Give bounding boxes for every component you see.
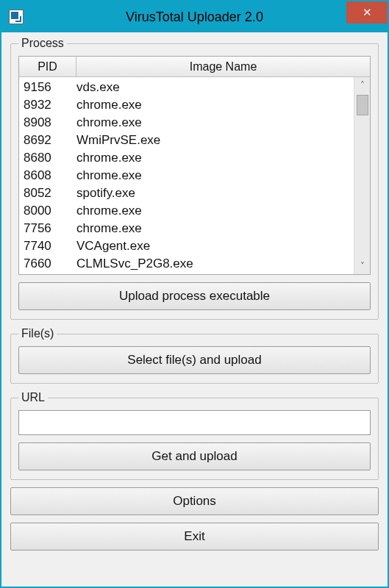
cell-pid: 8932 (24, 96, 76, 114)
options-button[interactable]: Options (10, 487, 379, 515)
table-row[interactable]: 9156vds.exe (19, 79, 354, 96)
listview-header: PID Image Name (19, 57, 370, 77)
table-row[interactable]: 8680chrome.exe (19, 149, 354, 167)
cell-pid: 7740 (24, 237, 76, 255)
scroll-up-arrow-icon[interactable]: ˄ (354, 77, 370, 93)
scroll-thumb[interactable] (357, 95, 368, 115)
cell-image-name: chrome.exe (76, 114, 349, 132)
select-files-button[interactable]: Select file(s) and upload (18, 346, 371, 374)
get-upload-button[interactable]: Get and upload (18, 442, 371, 470)
url-groupbox: URL Get and upload (10, 391, 379, 480)
column-header-image[interactable]: Image Name (76, 57, 370, 76)
table-row[interactable]: 7756chrome.exe (19, 220, 354, 237)
cell-image-name: chrome.exe (76, 96, 349, 114)
client-area: Process PID Image Name 9156vds.exe8932ch… (1, 32, 388, 587)
table-row[interactable]: 8052spotify.exe (19, 184, 354, 202)
cell-pid: 9156 (24, 79, 76, 96)
cell-pid: 8692 (24, 132, 76, 149)
exit-button[interactable]: Exit (10, 523, 379, 551)
cell-image-name: VCAgent.exe (76, 237, 349, 255)
window-title: VirusTotal Uploader 2.0 (126, 10, 263, 25)
process-listview[interactable]: PID Image Name 9156vds.exe8932chrome.exe… (18, 56, 371, 275)
bottom-buttons: Options Exit (10, 487, 379, 551)
upload-process-button[interactable]: Upload process executable (18, 282, 371, 310)
cell-pid: 7756 (24, 220, 76, 237)
column-header-pid[interactable]: PID (19, 57, 76, 76)
table-row[interactable]: 8908chrome.exe (19, 114, 354, 132)
cell-image-name: spotify.exe (76, 184, 349, 202)
cell-pid: 7660 (24, 255, 76, 273)
process-groupbox: Process PID Image Name 9156vds.exe8932ch… (10, 37, 379, 320)
cell-pid: 8000 (24, 202, 76, 220)
listview-rows: 9156vds.exe8932chrome.exe8908chrome.exe8… (19, 77, 354, 274)
cell-image-name: CLMLSvc_P2G8.exe (76, 255, 349, 273)
table-row[interactable]: 8692WmiPrvSE.exe (19, 132, 354, 149)
cell-image-name: chrome.exe (76, 167, 349, 184)
main-window: VirusTotal Uploader 2.0 ✕ Process PID Im… (0, 0, 389, 588)
cell-image-name: chrome.exe (76, 149, 349, 167)
titlebar[interactable]: VirusTotal Uploader 2.0 ✕ (1, 1, 388, 32)
table-row[interactable]: 7740VCAgent.exe (19, 237, 354, 255)
cell-pid: 8608 (24, 167, 76, 184)
cell-image-name: WmiPrvSE.exe (76, 132, 349, 149)
url-input[interactable] (18, 410, 371, 435)
table-row[interactable]: 8932chrome.exe (19, 96, 354, 114)
files-legend: File(s) (18, 327, 57, 340)
vertical-scrollbar[interactable]: ˄ ˅ (354, 77, 370, 274)
url-legend: URL (18, 391, 48, 404)
table-row[interactable]: 8000chrome.exe (19, 202, 354, 220)
scroll-down-arrow-icon[interactable]: ˅ (354, 258, 370, 274)
cell-pid: 8680 (24, 149, 76, 167)
close-button[interactable]: ✕ (346, 1, 388, 24)
cell-image-name: vds.exe (76, 79, 349, 96)
process-legend: Process (18, 37, 67, 50)
cell-pid: 8908 (24, 114, 76, 132)
table-row[interactable]: 8608chrome.exe (19, 167, 354, 184)
close-icon: ✕ (363, 6, 372, 19)
table-row[interactable]: 7660CLMLSvc_P2G8.exe (19, 255, 354, 273)
app-icon (9, 10, 24, 24)
files-groupbox: File(s) Select file(s) and upload (10, 327, 379, 384)
cell-image-name: chrome.exe (76, 202, 349, 220)
cell-image-name: chrome.exe (76, 220, 349, 237)
cell-pid: 8052 (24, 184, 76, 202)
listview-body: 9156vds.exe8932chrome.exe8908chrome.exe8… (19, 77, 370, 274)
